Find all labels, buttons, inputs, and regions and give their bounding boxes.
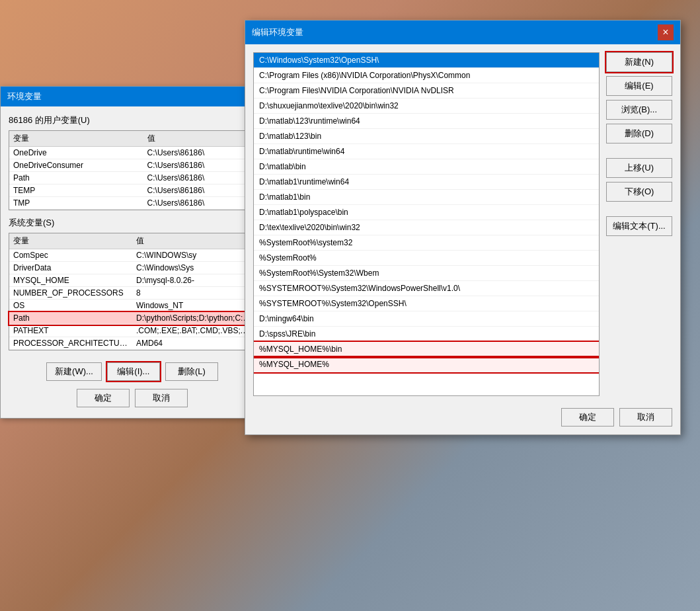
sys-var-row[interactable]: PathD:\python\Scripts;D:\python;C:\Progr… <box>9 312 255 325</box>
env-ok-cancel-buttons: 确定 取消 <box>9 384 256 410</box>
user-var-name: OneDriveConsumer <box>9 159 143 172</box>
env-variables-dialog: 环境变量 86186 的用户变量(U) 变量 值 OneDriveC:\User… <box>0 86 264 419</box>
user-var-value: C:\Users\86186\ <box>143 197 255 210</box>
path-list-item[interactable]: %SYSTEMROOT%\System32\OpenSSH\ <box>254 296 599 311</box>
edit-footer-buttons: 确定 取消 <box>245 404 680 434</box>
user-section-title: 86186 的用户变量(U) <box>9 114 256 126</box>
sys-var-value: C:\WINDOWS\sy <box>132 249 255 262</box>
path-list-item[interactable]: D:\matlab\bin <box>254 159 599 175</box>
env-cancel-button[interactable]: 取消 <box>135 389 188 407</box>
sys-var-name: Path <box>9 312 132 325</box>
sys-var-name: NUMBER_OF_PROCESSORS <box>9 287 132 300</box>
sys-var-name: PROCESSOR_ARCHITECTURE <box>9 337 132 350</box>
sys-var-name: ComSpec <box>9 249 132 262</box>
system-vars-table-container: 变量 值 ComSpecC:\WINDOWS\syDriverDataC:\Wi… <box>9 233 256 350</box>
user-vars-table: 变量 值 OneDriveC:\Users\86186\OneDriveCons… <box>9 131 255 210</box>
sys-var-name: DriverData <box>9 262 132 274</box>
delete-l-button[interactable]: 删除(L) <box>165 362 218 381</box>
sys-var-row[interactable]: MYSQL_HOMED:\mysql-8.0.26- <box>9 274 255 287</box>
edit-text-button[interactable]: 编辑文本(T)... <box>606 216 672 236</box>
sys-var-row[interactable]: PROCESSOR_ARCHITECTUREAMD64 <box>9 337 255 350</box>
sys-var-value: AMD64 <box>132 337 255 350</box>
user-var-name: TMP <box>9 197 143 210</box>
new-w-button[interactable]: 新建(W)... <box>46 362 102 381</box>
user-var-value: C:\Users\86186\ <box>143 172 255 184</box>
system-section-title: 系统变量(S) <box>9 217 256 229</box>
path-list-item[interactable]: %SystemRoot%\system32 <box>254 235 599 251</box>
path-list-item[interactable]: %MYSQL_HOME%\bin <box>254 342 599 357</box>
env-dialog-title: 环境变量 <box>7 91 42 102</box>
sys-var-name: PATHEXT <box>9 325 132 337</box>
path-list-item[interactable]: %SYSTEMROOT%\System32\WindowsPowerShell\… <box>254 281 599 296</box>
path-list-item[interactable]: %SystemRoot%\System32\Wbem <box>254 266 599 281</box>
path-list-item[interactable]: D:\tex\texlive\2020\bin\win32 <box>254 220 599 235</box>
user-var-row[interactable]: OneDriveConsumerC:\Users\86186\ <box>9 159 255 172</box>
sys-var-row[interactable]: NUMBER_OF_PROCESSORS8 <box>9 287 255 300</box>
user-col-val: 值 <box>143 131 255 147</box>
edit-dialog-body: C:\Windows\System32\OpenSSH\C:\Program F… <box>245 44 680 404</box>
new-n-button[interactable]: 新建(N) <box>606 52 672 72</box>
path-list-container[interactable]: C:\Windows\System32\OpenSSH\C:\Program F… <box>253 52 600 396</box>
edit-cancel-button[interactable]: 取消 <box>619 408 672 427</box>
edit-env-dialog: 编辑环境变量 × C:\Windows\System32\OpenSSH\C:\… <box>245 20 681 435</box>
user-var-value: C:\Users\86186\ <box>143 184 255 197</box>
sys-var-row[interactable]: PATHEXT.COM;.EXE;.BAT;.CMD;.VBS;.VBE;.JS… <box>9 325 255 337</box>
sys-var-value: D:\python\Scripts;D:\python;C:\Program F… <box>132 312 255 325</box>
user-var-name: TEMP <box>9 184 143 197</box>
sys-var-row[interactable]: DriverDataC:\Windows\Sys <box>9 262 255 274</box>
sys-var-value: D:\mysql-8.0.26- <box>132 274 255 287</box>
env-ok-button[interactable]: 确定 <box>77 389 130 407</box>
path-list-item[interactable]: D:\matlab1\runtime\win64 <box>254 175 599 190</box>
user-col-var: 变量 <box>9 131 143 147</box>
user-vars-table-container: 变量 值 OneDriveC:\Users\86186\OneDriveCons… <box>9 130 256 210</box>
edit-i-button[interactable]: 编辑(I)... <box>107 362 160 381</box>
edit-e-button[interactable]: 编辑(E) <box>606 76 672 96</box>
user-var-row[interactable]: PathC:\Users\86186\ <box>9 172 255 184</box>
edit-dialog-titlebar: 编辑环境变量 × <box>245 20 680 44</box>
user-var-row[interactable]: TMPC:\Users\86186\ <box>9 197 255 210</box>
path-list-item[interactable]: D:\spss\JRE\bin <box>254 327 599 342</box>
path-list-item[interactable]: D:\matlab1\polyspace\bin <box>254 205 599 220</box>
sys-var-value: C:\Windows\Sys <box>132 262 255 274</box>
edit-sidebar: 新建(N) 编辑(E) 浏览(B)... 删除(D) 上移(U) 下移(O) 编… <box>606 52 672 396</box>
browse-b-button[interactable]: 浏览(B)... <box>606 100 672 120</box>
path-list-item[interactable]: D:\matlab\123\runtime\win64 <box>254 114 599 129</box>
edit-ok-button[interactable]: 确定 <box>561 408 614 427</box>
path-list-item[interactable]: D:\shuxuejianmo\texlive\2020\bin\win32 <box>254 99 599 114</box>
user-var-value: C:\Users\86186\ <box>143 147 255 159</box>
sys-var-name: OS <box>9 300 132 312</box>
sys-var-row[interactable]: OSWindows_NT <box>9 300 255 312</box>
move-up-button[interactable]: 上移(U) <box>606 158 672 178</box>
user-var-name: Path <box>9 172 143 184</box>
sys-var-value: 8 <box>132 287 255 300</box>
path-list-item[interactable]: D:\matlab\123\bin <box>254 129 599 144</box>
path-list-item[interactable]: C:\Program Files (x86)\NVIDIA Corporatio… <box>254 68 599 83</box>
path-list-item[interactable]: D:\matlab1\bin <box>254 190 599 205</box>
move-down-button[interactable]: 下移(O) <box>606 182 672 202</box>
sys-var-value: Windows_NT <box>132 300 255 312</box>
user-var-row[interactable]: OneDriveC:\Users\86186\ <box>9 147 255 159</box>
sys-col-var: 变量 <box>9 233 132 249</box>
path-list-item[interactable]: C:\Windows\System32\OpenSSH\ <box>254 53 599 68</box>
user-var-row[interactable]: TEMPC:\Users\86186\ <box>9 184 255 197</box>
path-list-item[interactable]: %SystemRoot% <box>254 251 599 266</box>
env-bottom-buttons: 新建(W)... 编辑(I)... 删除(L) <box>9 357 256 384</box>
sys-var-name: MYSQL_HOME <box>9 274 132 287</box>
env-dialog-titlebar: 环境变量 <box>1 87 264 106</box>
sys-var-value: .COM;.EXE;.BAT;.CMD;.VBS;.VBE;.JS;.JSE;.… <box>132 325 255 337</box>
path-list-item[interactable]: C:\Program Files\NVIDIA Corporation\NVID… <box>254 83 599 99</box>
system-vars-table: 变量 值 ComSpecC:\WINDOWS\syDriverDataC:\Wi… <box>9 233 255 350</box>
path-list-item[interactable]: D:\mingw64\bin <box>254 311 599 327</box>
sys-var-row[interactable]: ComSpecC:\WINDOWS\sy <box>9 249 255 262</box>
user-var-value: C:\Users\86186\ <box>143 159 255 172</box>
sys-col-val: 值 <box>132 233 255 249</box>
edit-dialog-title: 编辑环境变量 <box>252 26 303 38</box>
close-button[interactable]: × <box>658 24 674 40</box>
path-list-item[interactable]: D:\matlab\runtime\win64 <box>254 144 599 159</box>
user-var-name: OneDrive <box>9 147 143 159</box>
delete-d-button[interactable]: 删除(D) <box>606 124 672 143</box>
path-list-item[interactable]: %MYSQL_HOME% <box>254 357 599 372</box>
